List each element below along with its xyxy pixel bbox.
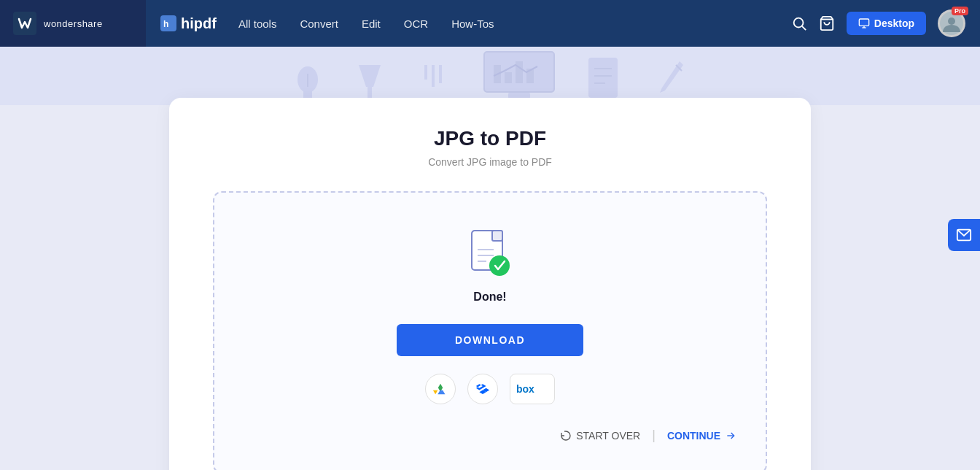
page-title: JPG to PDF bbox=[213, 127, 767, 150]
floating-mail-button[interactable] bbox=[948, 219, 980, 251]
dropbox-icon bbox=[475, 381, 491, 397]
wondershare-logo-icon bbox=[13, 12, 36, 35]
mail-icon bbox=[956, 227, 972, 243]
svg-point-10 bbox=[948, 18, 955, 25]
dropbox-button[interactable] bbox=[467, 374, 498, 404]
hero-tools-icon bbox=[417, 61, 454, 101]
svg-rect-15 bbox=[432, 65, 435, 87]
svg-point-3 bbox=[793, 18, 803, 28]
hero-illustration bbox=[293, 50, 687, 101]
svg-rect-22 bbox=[516, 61, 523, 83]
conversion-card: JPG to PDF Convert JPG image to PDF bbox=[169, 98, 811, 470]
svg-rect-17 bbox=[439, 65, 442, 83]
hero-background bbox=[0, 47, 980, 105]
upload-area: Done! DOWNLOAD bbox=[213, 191, 767, 470]
nav-ocr[interactable]: OCR bbox=[404, 18, 428, 30]
nav-alltools[interactable]: All tools bbox=[238, 18, 277, 30]
cloud-save-options: box bbox=[425, 374, 555, 404]
search-icon bbox=[791, 15, 807, 31]
arrow-right-icon bbox=[725, 430, 736, 442]
done-text: Done! bbox=[473, 290, 506, 304]
hero-pen-icon bbox=[654, 58, 687, 101]
hero-document-icon bbox=[585, 54, 625, 101]
hero-plant-icon bbox=[293, 58, 322, 101]
start-over-button[interactable]: START OVER bbox=[560, 430, 640, 442]
brand-logo[interactable]: wondershare bbox=[0, 0, 146, 47]
svg-text:box: box bbox=[516, 383, 534, 395]
cart-button[interactable] bbox=[819, 15, 835, 31]
hipdf-logo[interactable]: h hipdf bbox=[146, 15, 231, 32]
success-file-icon bbox=[466, 228, 514, 280]
svg-rect-6 bbox=[859, 19, 868, 26]
desktop-icon bbox=[858, 18, 870, 29]
file-done-icon bbox=[466, 228, 514, 280]
svg-rect-16 bbox=[424, 65, 427, 80]
svg-line-4 bbox=[802, 26, 806, 30]
hipdf-logo-icon: h bbox=[160, 15, 176, 31]
svg-rect-24 bbox=[588, 58, 618, 98]
desktop-button[interactable]: Desktop bbox=[847, 12, 926, 35]
nav-links: All tools Convert Edit OCR How-Tos bbox=[238, 18, 494, 30]
navbar: wondershare h hipdf All tools Convert Ed… bbox=[0, 0, 980, 47]
action-links: START OVER | CONTINUE bbox=[244, 419, 736, 443]
nav-convert[interactable]: Convert bbox=[300, 18, 338, 30]
google-drive-icon bbox=[432, 381, 448, 397]
box-button[interactable]: box bbox=[510, 374, 555, 404]
svg-text:h: h bbox=[163, 19, 168, 29]
continue-button[interactable]: CONTINUE bbox=[667, 430, 736, 442]
brand-name-text: wondershare bbox=[44, 18, 103, 29]
desktop-btn-label: Desktop bbox=[874, 18, 914, 29]
action-separator: | bbox=[652, 428, 656, 443]
continue-label: CONTINUE bbox=[667, 430, 720, 442]
google-drive-button[interactable] bbox=[425, 374, 456, 404]
nav-howtos[interactable]: How-Tos bbox=[451, 18, 494, 30]
pro-badge: Pro bbox=[952, 7, 968, 15]
start-over-label: START OVER bbox=[576, 430, 640, 442]
page-subtitle: Convert JPG image to PDF bbox=[213, 156, 767, 168]
svg-rect-21 bbox=[505, 72, 512, 83]
box-icon: box bbox=[516, 382, 548, 396]
svg-point-34 bbox=[489, 255, 510, 276]
search-button[interactable] bbox=[791, 15, 807, 31]
main-content: JPG to PDF Convert JPG image to PDF bbox=[0, 105, 980, 470]
cart-icon bbox=[819, 15, 835, 31]
hipdf-name: hipdf bbox=[181, 15, 217, 32]
hero-lamp-icon bbox=[351, 61, 388, 101]
nav-edit[interactable]: Edit bbox=[362, 18, 381, 30]
svg-rect-30 bbox=[492, 231, 502, 241]
hero-monitor-icon bbox=[483, 50, 556, 101]
nav-right: Desktop Pro bbox=[791, 9, 980, 37]
download-button[interactable]: DOWNLOAD bbox=[397, 324, 583, 356]
user-avatar-wrap[interactable]: Pro bbox=[938, 9, 965, 37]
restart-icon bbox=[560, 430, 572, 442]
